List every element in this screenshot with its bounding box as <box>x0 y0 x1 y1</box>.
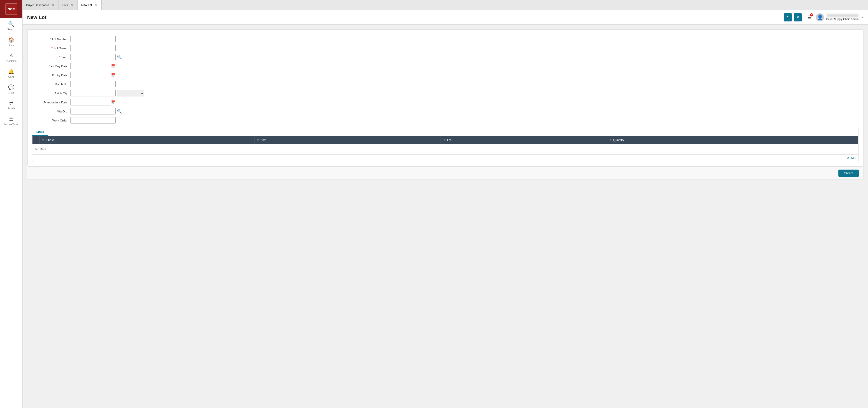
refresh-button[interactable]: ↻ <box>784 13 792 22</box>
notification-badge: ★ <box>810 13 813 17</box>
user-dropdown-arrow[interactable]: ▼ <box>861 16 864 19</box>
batch-qty-input-group <box>70 90 144 96</box>
tab-lots[interactable]: Lots ✕ <box>59 0 78 10</box>
header-bar: New Lot ↻ ✕ ☰ ★ 👤 Buyer Supply Chain Adm… <box>23 10 868 25</box>
app-logo[interactable]: one <box>0 0 22 18</box>
batch-no-label: Batch No: <box>32 83 70 86</box>
batch-qty-unit-select[interactable] <box>117 90 144 96</box>
mfg-org-search-button[interactable]: 🔍 <box>117 109 122 114</box>
batch-no-input[interactable] <box>70 81 116 87</box>
tab-new-lot[interactable]: New Lot ✕ <box>78 0 102 10</box>
chat-icon: 💬 <box>8 85 14 90</box>
sidebar-item-switch[interactable]: ⇄ Switch <box>0 97 22 113</box>
item-search-button[interactable]: 🔍 <box>117 55 122 60</box>
sidebar-item-alerts[interactable]: 🔔 Alerts <box>0 65 22 81</box>
sidebar-item-label: Chats <box>8 91 14 94</box>
notifications-button[interactable]: ☰ ★ <box>805 13 813 22</box>
no-data-text: No Data <box>35 148 46 151</box>
item-row: * Item: 🔍 <box>32 54 859 60</box>
sidebar-item-label: Home <box>8 44 14 46</box>
col-item: ✏ Item <box>254 136 440 144</box>
tab-label: New Lot <box>81 3 92 6</box>
work-order-row: Work Order: <box>32 117 859 124</box>
manufacture-date-input[interactable] <box>70 99 111 105</box>
home-icon: 🏠 <box>8 37 14 43</box>
sidebar-item-label: Menus/Favs <box>4 123 18 126</box>
add-line-button[interactable]: ⊕ Add <box>847 156 856 160</box>
close-button[interactable]: ✕ <box>794 13 802 22</box>
lot-number-label: * Lot Number: <box>32 37 70 41</box>
edit-icon: ✏ <box>257 138 259 142</box>
sidebar-item-label: Search <box>7 28 15 31</box>
tab-buyer-dashboard[interactable]: Buyer Dashboard ✕ <box>23 0 59 10</box>
plus-icon: ⊕ <box>847 156 849 160</box>
lot-owner-input[interactable] <box>70 45 116 51</box>
best-buy-date-calendar-button[interactable]: 📅 <box>111 64 115 68</box>
user-role: Buyer Supply Chain Admin <box>826 18 859 21</box>
sidebar-item-home[interactable]: 🏠 Home <box>0 34 22 50</box>
expiry-date-calendar-button[interactable]: 📅 <box>111 73 115 77</box>
batch-no-row: Batch No: <box>32 81 859 87</box>
col-quantity: ✏ Quantity <box>607 136 858 144</box>
lot-number-input[interactable] <box>70 36 116 42</box>
manufacture-date-calendar-button[interactable]: 📅 <box>111 100 115 104</box>
best-buy-date-input-group: 📅 <box>70 63 115 69</box>
mfg-org-row: Mfg Org: 🔍 <box>32 108 859 115</box>
lines-table: ✏ Line # ✏ Item <box>32 136 858 154</box>
batch-qty-row: Batch Qty: <box>32 90 859 96</box>
sidebar-item-chats[interactable]: 💬 Chats <box>0 81 22 97</box>
switch-icon: ⇄ <box>9 100 13 106</box>
edit-icon: ✏ <box>443 138 446 142</box>
expiry-date-input[interactable] <box>70 72 111 79</box>
item-label: * Item: <box>32 56 70 59</box>
edit-icon: ✏ <box>42 138 44 142</box>
user-info: Buyer Supply Chain Admin <box>826 14 859 21</box>
manufacture-date-row: Manufacture Date: 📅 <box>32 99 859 105</box>
required-star: * <box>59 56 60 59</box>
lot-form: * Lot Number: * Lot Owner: * <box>27 29 863 167</box>
form-footer: Create <box>27 167 863 180</box>
content-area: * Lot Number: * Lot Owner: * <box>23 25 868 408</box>
tab-label: Lots <box>62 3 68 7</box>
bell-icon: 🔔 <box>8 69 14 74</box>
work-order-label: Work Order: <box>32 119 70 122</box>
sidebar-item-search[interactable]: 🔍 Search <box>0 18 22 34</box>
sidebar-item-problems[interactable]: ⚠ Problems <box>0 50 22 65</box>
expiry-date-label: Expiry Date: <box>32 73 70 77</box>
best-buy-date-row: Best Buy Date: 📅 <box>32 63 859 69</box>
main-area: Buyer Dashboard ✕ Lots ✕ New Lot ✕ New L… <box>23 0 868 408</box>
sidebar-item-label: Switch <box>7 107 15 110</box>
best-buy-date-input[interactable] <box>70 63 111 69</box>
logo-box: one <box>5 3 17 15</box>
warning-icon: ⚠ <box>9 53 13 59</box>
item-input-group: 🔍 <box>70 54 122 60</box>
lines-footer: ⊕ Add <box>32 154 858 162</box>
close-tab-lots[interactable]: ✕ <box>70 3 74 7</box>
user-name-blurred <box>827 14 859 17</box>
sidebar-item-menus-favs[interactable]: ☰ Menus/Favs <box>0 113 22 129</box>
mfg-org-input[interactable] <box>70 108 116 115</box>
lot-owner-row: * Lot Owner: <box>32 45 859 51</box>
required-star: * <box>52 46 53 50</box>
lines-section: Lines ✏ Line # <box>32 128 859 162</box>
lines-tab-header: Lines <box>32 128 858 136</box>
tab-label: Buyer Dashboard <box>26 3 49 7</box>
tab-bar: Buyer Dashboard ✕ Lots ✕ New Lot ✕ <box>23 0 868 10</box>
batch-qty-input[interactable] <box>70 90 116 96</box>
work-order-input[interactable] <box>70 117 116 124</box>
lines-tab-button[interactable]: Lines <box>32 128 48 136</box>
create-button[interactable]: Create <box>838 169 859 177</box>
manufacture-date-label: Manufacture Date: <box>32 101 70 104</box>
header-actions: ↻ ✕ <box>784 13 802 22</box>
page-title: New Lot <box>27 14 784 20</box>
edit-icon: ✏ <box>610 138 612 142</box>
close-tab-new-lot[interactable]: ✕ <box>94 3 98 7</box>
sidebar: one 🔍 Search 🏠 Home ⚠ Problems 🔔 Alerts … <box>0 0 23 408</box>
item-input[interactable] <box>70 54 116 60</box>
sidebar-item-label: Problems <box>6 60 16 62</box>
search-icon: 🔍 <box>8 21 14 27</box>
form-page-wrapper: * Lot Number: * Lot Owner: * <box>27 29 864 180</box>
sidebar-item-label: Alerts <box>8 75 14 78</box>
lines-table-body: No Data <box>33 144 858 154</box>
close-tab-buyer-dashboard[interactable]: ✕ <box>51 3 55 7</box>
